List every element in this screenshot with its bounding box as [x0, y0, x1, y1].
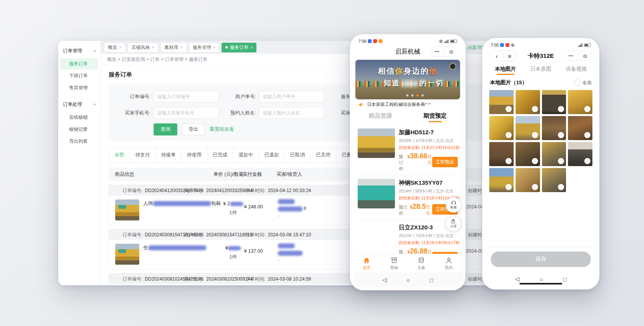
gallery-photo[interactable] [516, 90, 540, 114]
select-circle-icon[interactable] [558, 184, 564, 190]
more-options-icon[interactable]: ••• [564, 54, 578, 58]
gallery-photo[interactable] [568, 116, 592, 140]
gallery-photo[interactable] [516, 142, 540, 166]
status-tab-all[interactable]: 全部 [109, 148, 130, 162]
gallery-photo[interactable] [489, 168, 514, 192]
reserve-now-button[interactable]: 立即预定 [432, 252, 458, 254]
carousel-dots[interactable] [406, 94, 424, 97]
gallery-photo[interactable] [489, 90, 514, 114]
status-tab-cancelled[interactable]: 已取消 [284, 148, 311, 162]
close-minimize-icon[interactable]: ⊙ [578, 53, 592, 59]
android-recents-icon[interactable]: □ [430, 277, 433, 283]
sidebar-item-online-verification[interactable]: 在线核销 [61, 112, 98, 123]
android-back-icon[interactable]: ◁ [515, 276, 519, 283]
sidebar-item-sub-orders[interactable]: 下级订单 [61, 70, 98, 82]
select-circle-icon[interactable] [506, 106, 512, 112]
tab-profile[interactable]: 我的 [435, 254, 463, 272]
android-home-icon[interactable]: ○ [540, 276, 543, 283]
select-circle-icon[interactable] [584, 106, 590, 112]
sidebar-item-export-list[interactable]: 导出列表 [61, 136, 98, 147]
gallery-photo[interactable] [568, 142, 592, 166]
merchant-no-input[interactable] [259, 91, 324, 102]
tab-service-management[interactable]: 服务管理× [189, 43, 220, 52]
reset-filters-link[interactable]: 重置筛选项 [209, 126, 234, 133]
select-circle-icon[interactable] [584, 158, 590, 164]
select-circle-icon[interactable] [558, 158, 564, 164]
tab-premium-stock[interactable]: 精品货源 [353, 109, 408, 125]
gallery-photo[interactable] [542, 116, 566, 140]
select-circle-icon[interactable] [506, 132, 512, 138]
tab-asset-library[interactable]: 素材库× [161, 43, 187, 52]
gallery-photo[interactable] [568, 90, 592, 114]
status-tab-to-use[interactable]: 待使用 [181, 148, 208, 162]
product-thumbnail [115, 244, 139, 265]
tab-shop-style[interactable]: 店铺风格× [128, 43, 158, 52]
more-options-icon[interactable]: ••• [430, 50, 444, 54]
gallery-photo[interactable] [516, 168, 540, 192]
select-circle-icon[interactable] [584, 132, 590, 138]
select-circle-icon[interactable] [506, 184, 512, 190]
tab-device-videos[interactable]: 设备视频 [559, 64, 594, 77]
sidebar-group-order-processing[interactable]: 订单处理 [58, 98, 100, 111]
sidebar-group-order-management[interactable]: 订单管理 [58, 45, 100, 57]
close-icon[interactable]: × [213, 45, 216, 50]
close-icon[interactable]: × [119, 45, 121, 50]
customer-service-button[interactable]: 客服 [446, 197, 461, 213]
gallery-photo[interactable] [516, 116, 540, 140]
close-icon[interactable]: × [180, 45, 183, 50]
status-tab-unpaid[interactable]: 待支付 [130, 148, 156, 162]
select-all-control[interactable]: 全选 [574, 80, 592, 86]
status-tab-completed[interactable]: 已完成 [207, 148, 234, 162]
android-recents-icon[interactable]: □ [563, 276, 567, 283]
tab-futures-booking[interactable]: 期货预定 [408, 109, 462, 125]
buyer-phone-input[interactable] [154, 107, 219, 119]
search-button[interactable]: 查询 [154, 123, 177, 135]
sidebar-item-service-orders[interactable]: 服务订单 [61, 58, 98, 69]
export-button[interactable]: 导出 [182, 123, 205, 135]
select-circle-icon[interactable] [532, 158, 538, 164]
select-circle-icon[interactable] [532, 106, 538, 112]
sidebar-item-aftersales[interactable]: 售后管理 [61, 82, 98, 94]
android-home-icon[interactable]: ○ [407, 277, 410, 283]
gallery-photo[interactable] [542, 168, 566, 192]
save-button[interactable]: 保存 [491, 251, 591, 267]
status-tab-refunding[interactable]: 退款中 [233, 148, 259, 162]
active-dot-icon [225, 46, 228, 49]
tab-local-images[interactable]: 本地图片 [488, 64, 523, 77]
select-circle-icon[interactable] [532, 184, 538, 190]
close-icon[interactable]: × [250, 45, 253, 50]
reservation-name-input[interactable] [259, 107, 324, 119]
tab-home[interactable]: 首页 [353, 254, 381, 272]
radio-icon[interactable] [574, 80, 580, 86]
announcement-bar[interactable]: 日本原装工程机械综合服务商^ ^ [353, 99, 462, 109]
column-header: 实付金额 [242, 171, 262, 178]
tab-exchange[interactable]: 兑换 [408, 254, 435, 272]
order-time-value: 2024-03-08 10:24:59 [268, 276, 311, 282]
gallery-photo[interactable] [542, 142, 566, 166]
select-circle-icon[interactable] [558, 132, 564, 138]
select-circle-icon[interactable] [558, 106, 564, 112]
close-minimize-icon[interactable]: ⊙ [445, 49, 459, 55]
share-button[interactable]: 分享 [446, 216, 461, 231]
close-icon[interactable]: × [152, 45, 154, 50]
tab-service-orders[interactable]: 服务订单× [222, 43, 256, 52]
gallery-photo[interactable] [489, 116, 514, 140]
gallery-photo[interactable] [542, 90, 566, 114]
hero-banner[interactable]: 相信你身边的他 知道的一切 [355, 60, 460, 99]
product-card[interactable]: 日立ZX120-3 2012年 | 7424小时 | 北京-北京 距结束还剩: … [358, 220, 458, 254]
status-tab-refunded[interactable]: 已退款 [259, 148, 285, 162]
gallery-photo[interactable] [489, 142, 514, 166]
order-no-input[interactable] [154, 91, 219, 102]
tab-mall[interactable]: 商城 [381, 254, 408, 272]
reserve-now-button[interactable]: 立即预定 [432, 157, 458, 167]
product-card[interactable]: 加藤HD512-7 2019年 | 1478小时 | 北京-北京 距结束还剩: … [358, 125, 458, 175]
sidebar-item-verification-records[interactable]: 核销记录 [61, 124, 98, 135]
select-circle-icon[interactable] [532, 132, 538, 138]
android-back-icon[interactable]: ◁ [382, 276, 387, 283]
tab-japan-originals[interactable]: 日本原图 [523, 64, 558, 77]
tab-overview[interactable]: 概览× [104, 43, 125, 52]
product-card[interactable]: 神钢SK135YY07 2014年 | 5659小时 | 北京-北京 距结束还剩… [358, 175, 458, 220]
select-circle-icon[interactable] [506, 158, 512, 164]
status-tab-closed[interactable]: 已关闭 [310, 148, 337, 162]
status-tab-pending-accept[interactable]: 待接单 [156, 148, 182, 162]
